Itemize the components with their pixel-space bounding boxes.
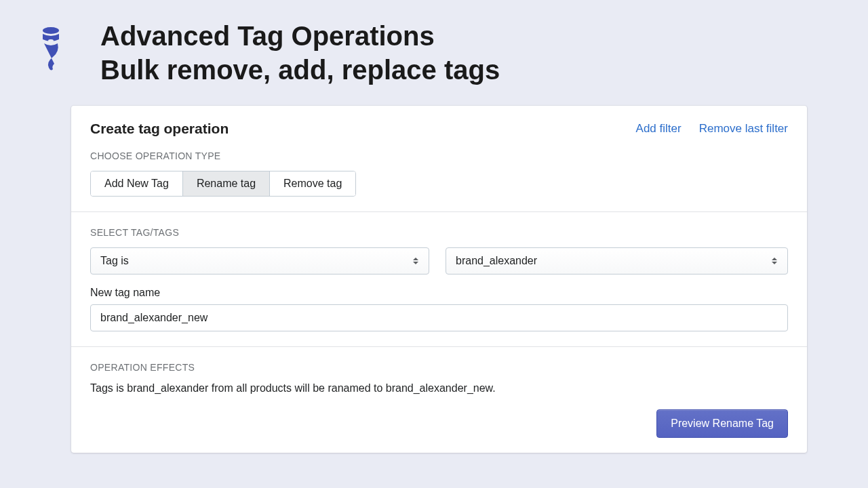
card-title: Create tag operation [90,121,229,137]
operation-card: Create tag operation Add filter Remove l… [71,106,807,453]
select-tags-section: SELECT TAG/TAGS Tag is brand_alexander N… [71,211,807,346]
operation-type-group: Add New Tag Rename tag Remove tag [90,171,356,197]
select-tags-label: SELECT TAG/TAGS [90,227,788,238]
page-title: Advanced Tag Operations [100,19,500,53]
operation-effects-text: Tags is brand_alexander from all product… [90,382,788,394]
operation-effects-section: OPERATION EFFECTS Tags is brand_alexande… [71,346,807,453]
page-subtitle: Bulk remove, add, replace tags [100,53,500,87]
card-header: Create tag operation Add filter Remove l… [71,106,807,150]
add-filter-link[interactable]: Add filter [636,122,682,136]
new-tag-name-label: New tag name [90,287,788,299]
svg-point-0 [43,27,59,34]
new-tag-name-input[interactable] [90,304,788,331]
remove-last-filter-link[interactable]: Remove last filter [699,122,788,136]
genie-logo-icon [34,24,68,72]
tag-condition-select[interactable]: Tag is [90,247,429,274]
tag-value-select[interactable]: brand_alexander [446,247,788,274]
tag-value-wrap: brand_alexander [446,247,788,274]
operation-type-section: CHOOSE OPERATION TYPE Add New Tag Rename… [71,150,807,211]
svg-point-1 [48,39,54,42]
rename-tag-button[interactable]: Rename tag [183,171,270,196]
remove-tag-button[interactable]: Remove tag [270,171,355,196]
tag-selector-row: Tag is brand_alexander [90,247,788,274]
tag-condition-wrap: Tag is [90,247,429,274]
add-new-tag-button[interactable]: Add New Tag [91,171,183,196]
card-header-actions: Add filter Remove last filter [636,122,788,136]
preview-rename-tag-button[interactable]: Preview Rename Tag [656,409,788,438]
operation-effects-label: OPERATION EFFECTS [90,362,788,373]
operation-type-label: CHOOSE OPERATION TYPE [90,150,788,161]
page-header: Advanced Tag Operations Bulk remove, add… [0,0,868,106]
